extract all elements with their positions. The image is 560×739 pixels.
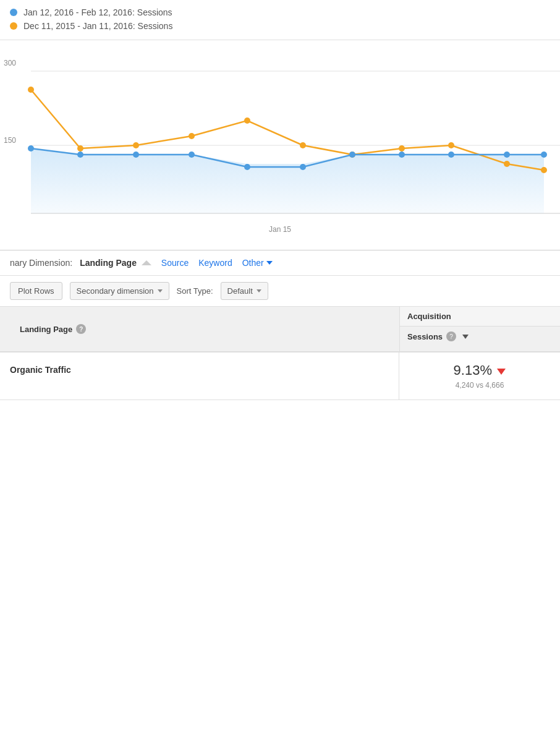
legend-sessions-1: Sessions (137, 7, 172, 17)
data-table: Landing Page ? Acquisition Sessions ? Or… (0, 307, 560, 400)
svg-point-8 (244, 117, 250, 124)
svg-point-6 (133, 142, 139, 148)
dimension-keyword-link[interactable]: Keyword (198, 258, 232, 268)
secondary-dimension-label: Secondary dimension (77, 286, 154, 296)
svg-point-12 (448, 142, 454, 148)
svg-point-9 (300, 142, 306, 148)
legend-row-2: Dec 11, 2015 - Jan 11, 2016: Sessions (10, 21, 550, 31)
sessions-column-label: Sessions (407, 332, 443, 341)
legend-row-1: Jan 12, 2016 - Feb 12, 2016: Sessions (10, 7, 550, 17)
svg-point-7 (189, 133, 195, 139)
secondary-dimension-select[interactable]: Secondary dimension (70, 282, 169, 300)
svg-point-20 (300, 164, 306, 170)
sessions-sort-icon[interactable] (462, 335, 469, 339)
blue-dot-icon (10, 9, 17, 16)
svg-point-22 (399, 152, 405, 158)
plot-rows-button[interactable]: Plot Rows (10, 282, 62, 300)
pct-value: 9.13% (454, 362, 492, 378)
chart-svg: Jan 15 (0, 40, 560, 250)
svg-point-19 (244, 164, 250, 170)
svg-point-4 (28, 87, 34, 93)
legend-date-2: Dec 11, 2015 - Jan 11, 2016: (23, 21, 135, 31)
svg-text:Jan 15: Jan 15 (269, 225, 291, 234)
secondary-dimension-arrow-icon (158, 289, 163, 293)
dimension-active-label: Landing Page (80, 258, 151, 268)
active-indicator-icon (142, 260, 151, 265)
th-acquisition: Acquisition Sessions ? (399, 307, 560, 351)
sort-type-select[interactable]: Default (221, 282, 268, 300)
legend-sessions-2: Sessions (138, 21, 173, 31)
svg-point-16 (77, 152, 83, 158)
svg-point-13 (504, 161, 510, 167)
sessions-help-icon[interactable]: ? (446, 331, 456, 341)
comparison-text: 4,240 vs 4,666 (407, 381, 553, 390)
svg-point-15 (28, 145, 34, 152)
dimension-other-label: Other (242, 258, 264, 268)
organic-traffic-sessions: 9.13% 4,240 vs 4,666 (399, 352, 560, 399)
landing-page-help-icon[interactable]: ? (76, 324, 86, 334)
svg-point-5 (77, 145, 83, 152)
legend-section: Jan 12, 2016 - Feb 12, 2016: Sessions De… (0, 0, 560, 40)
line-chart: 300 150 (0, 40, 560, 250)
svg-point-18 (189, 152, 195, 158)
y-label-150: 150 (4, 136, 16, 145)
y-label-300: 300 (4, 59, 16, 67)
dimension-bar: nary Dimension: Landing Page Source Keyw… (0, 250, 560, 276)
session-percentage: 9.13% (407, 362, 553, 378)
orange-dot-icon (10, 22, 17, 30)
legend-date-1: Jan 12, 2016 - Feb 12, 2016: (23, 7, 135, 17)
chevron-down-icon (266, 261, 273, 265)
sort-type-value: Default (227, 286, 253, 296)
toolbar: Plot Rows Secondary dimension Sort Type:… (0, 276, 560, 307)
organic-traffic-label: Organic Traffic (0, 352, 399, 399)
svg-point-11 (399, 145, 405, 152)
svg-point-23 (448, 152, 454, 158)
landing-page-column-label: Landing Page (20, 325, 72, 334)
acquisition-header-label: Acquisition (400, 307, 560, 327)
dimension-source-link[interactable]: Source (161, 258, 189, 268)
sort-type-label: Sort Type: (177, 286, 213, 296)
sort-type-arrow-icon (257, 289, 261, 293)
dimension-prefix-label: nary Dimension: (10, 258, 72, 268)
th-landing-page: Landing Page ? (0, 307, 399, 351)
red-down-arrow-icon (497, 369, 506, 375)
svg-point-24 (504, 152, 510, 158)
svg-marker-3 (31, 148, 544, 213)
table-row: Organic Traffic 9.13% 4,240 vs 4,666 (0, 352, 560, 400)
svg-point-25 (541, 152, 547, 158)
th-sessions-row: Sessions ? (400, 327, 560, 346)
svg-point-14 (541, 167, 547, 173)
svg-point-17 (133, 152, 139, 158)
dimension-other-dropdown[interactable]: Other (242, 258, 273, 268)
table-header: Landing Page ? Acquisition Sessions ? (0, 307, 560, 352)
svg-point-21 (349, 152, 355, 158)
